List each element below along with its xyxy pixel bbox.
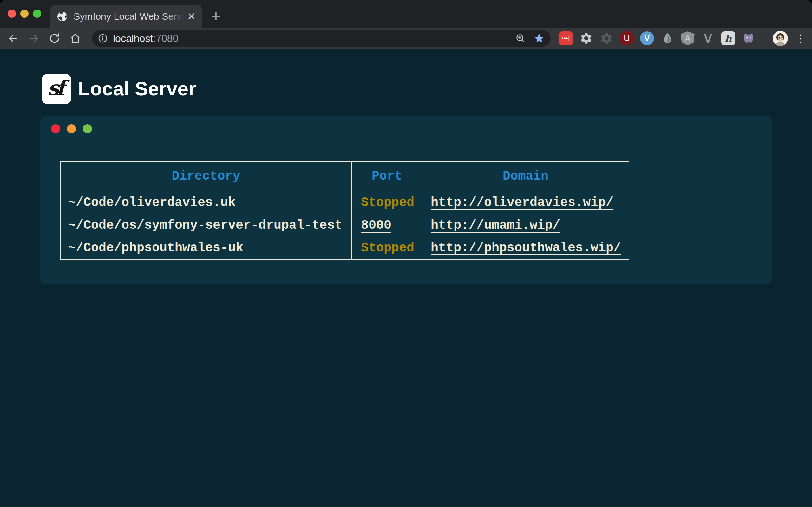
directory-cell: ~/Code/phpsouthwales-uk: [60, 237, 352, 260]
github-octocat-extension-icon[interactable]: [742, 32, 756, 45]
servers-table: Directory Port Domain ~/Code/oliverdavie…: [60, 161, 629, 260]
password-manager-extension-icon[interactable]: •••|: [559, 32, 573, 45]
gear-dark-extension-icon[interactable]: [600, 32, 613, 45]
column-header-directory: Directory: [60, 161, 352, 191]
column-header-port: Port: [352, 161, 422, 191]
table-row: ~/Code/os/symfony-server-drupal-test 800…: [60, 214, 629, 237]
forward-button[interactable]: [25, 28, 43, 49]
window-minimize-button[interactable]: [20, 9, 29, 18]
port-link[interactable]: 8000: [361, 218, 392, 233]
domain-link[interactable]: http://phpsouthwales.wip/: [431, 241, 621, 255]
domain-link[interactable]: http://oliverdavies.wip/: [431, 195, 613, 210]
symfony-logo-glyph: sf: [48, 76, 62, 100]
tab-close-icon[interactable]: ✕: [187, 11, 196, 21]
panel-traffic-lights: [51, 124, 92, 133]
page-info-icon[interactable]: [98, 33, 108, 43]
terminal-panel: Directory Port Domain ~/Code/oliverdavie…: [40, 116, 772, 284]
column-header-domain: Domain: [422, 161, 629, 191]
browser-toolbar: localhost:7080 •••| U V: [0, 28, 812, 49]
window-close-button[interactable]: [8, 9, 16, 18]
browser-tab[interactable]: Symfony Local Web Server: Prox ✕: [50, 5, 202, 28]
url-host: localhost: [113, 33, 153, 44]
symfony-logo: sf: [42, 74, 71, 104]
browser-window: Symfony Local Web Server: Prox ✕ +: [0, 0, 812, 507]
window-zoom-button[interactable]: [33, 9, 41, 18]
panel-red-dot: [51, 124, 60, 133]
panel-orange-dot: [67, 124, 76, 133]
ublock-extension-icon[interactable]: U: [620, 32, 634, 45]
globe-favicon-icon: [56, 11, 68, 22]
page-title: Local Server: [78, 77, 196, 100]
tab-strip: Symfony Local Web Server: Prox ✕ +: [0, 0, 812, 28]
directory-cell: ~/Code/oliverdavies.uk: [60, 191, 352, 214]
panel-green-dot: [83, 124, 92, 133]
back-button[interactable]: [4, 28, 22, 49]
new-tab-button[interactable]: +: [207, 7, 225, 25]
vimium-extension-icon[interactable]: V: [640, 32, 654, 45]
reload-button[interactable]: [46, 28, 63, 49]
home-button[interactable]: [66, 28, 84, 49]
vue-extension-icon[interactable]: V: [701, 32, 715, 45]
directory-cell: ~/Code/os/symfony-server-drupal-test: [60, 214, 352, 237]
table-row: ~/Code/oliverdavies.uk Stopped http://ol…: [60, 191, 629, 214]
url-text: localhost:7080: [113, 33, 178, 44]
table-header-row: Directory Port Domain: [60, 161, 629, 191]
browser-menu-icon[interactable]: ⋮: [794, 32, 807, 45]
domain-link[interactable]: http://umami.wip/: [431, 218, 560, 233]
url-port: :7080: [153, 33, 178, 44]
profile-avatar[interactable]: [773, 31, 788, 46]
drupal-extension-icon[interactable]: [660, 32, 674, 45]
toolbar-separator: [764, 32, 764, 44]
gear-light-extension-icon[interactable]: [579, 32, 593, 45]
table-row: ~/Code/phpsouthwales-uk Stopped http://p…: [60, 237, 629, 260]
page-content: sf Local Server Directory Port Domain: [0, 49, 812, 507]
port-status: Stopped: [361, 241, 414, 255]
tab-title: Symfony Local Web Server: Prox: [73, 11, 184, 22]
macos-traffic-lights: [8, 9, 41, 18]
extensions-row: •••| U V A V h: [559, 28, 807, 49]
zoom-in-icon[interactable]: [515, 33, 526, 44]
port-status: Stopped: [361, 195, 414, 210]
hypothesis-extension-icon[interactable]: h: [721, 32, 735, 45]
bookmark-star-icon[interactable]: [534, 33, 545, 44]
angular-extension-icon[interactable]: A: [681, 32, 695, 45]
address-bar[interactable]: localhost:7080: [92, 30, 551, 47]
